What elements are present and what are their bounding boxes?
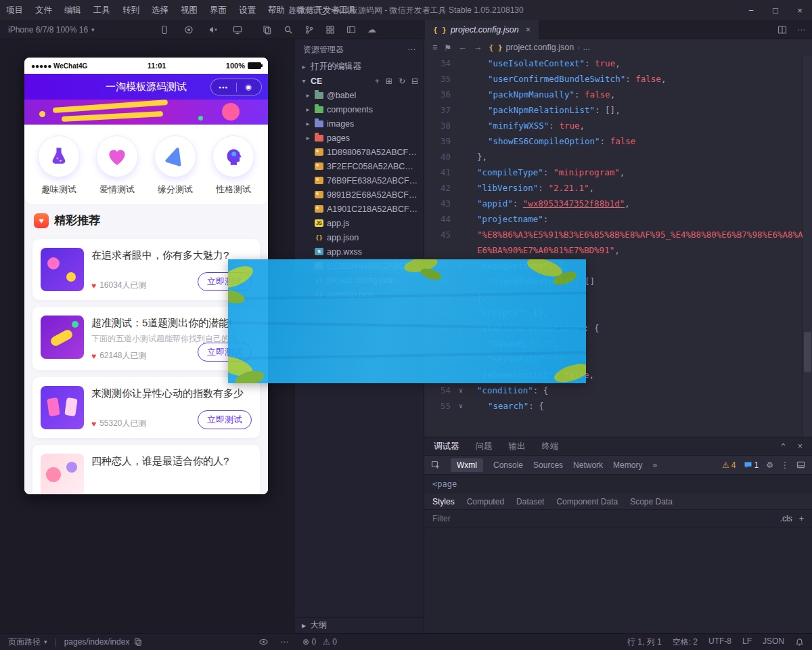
new-folder-icon[interactable]: ⊞ [386,77,392,86]
code-line[interactable]: 37"packNpmRelationList": [], [424,102,803,118]
device-selector[interactable]: iPhone 6/7/8 100% 16▾ [0,25,95,35]
code-line[interactable]: 40}, [424,149,803,165]
style-tab-Scope Data[interactable]: Scope Data [630,497,673,506]
debugger-tab-问题[interactable]: 问题 [476,441,493,452]
warning-count[interactable]: ⚠ 0 [323,637,337,647]
close-panel-icon[interactable]: × [798,441,803,452]
menu-item[interactable]: 编辑 [58,0,87,20]
test-card[interactable]: 超准测试：5道题测出你的潜能!下面的五道小测试题能帮你找到自己的潜...♥621… [32,307,260,370]
collapse-panel-icon[interactable]: ⌃ [780,441,786,452]
category-性格测试[interactable]: 性格测试 [212,135,254,196]
tab-close-icon[interactable]: × [526,25,531,35]
copy-path-icon[interactable] [134,638,142,646]
devtools-tab-Network[interactable]: Network [573,460,603,470]
exit-target-icon[interactable]: ◉ [237,83,262,91]
more-actions-icon[interactable]: ⋯ [797,25,805,35]
style-tab-Styles[interactable]: Styles [432,497,455,506]
code-line[interactable]: 41"compileType": "miniprogram", [424,165,803,180]
code-line[interactable]: 55∨"search": { [424,398,803,414]
code-line[interactable]: 36"packNpmManually": false, [424,87,803,102]
current-page-path[interactable]: pages/index/index [64,637,130,647]
code-line[interactable]: 34"useIsolateContext": true, [424,56,803,71]
menu-item[interactable]: 项目 [0,0,29,20]
style-tab-Component Data[interactable]: Component Data [556,497,618,506]
code-line[interactable]: 45"%E8%B6%A3%E5%91%B3%E6%B5%8B%E8%AF%95_… [424,227,803,242]
file-app.json[interactable]: {}app.json [295,230,424,244]
collapse-all-icon[interactable]: ⊟ [411,77,418,86]
capsule-menu[interactable]: ●●●◉ [210,79,262,95]
inspect-icon[interactable] [431,460,441,470]
test-now-button[interactable]: 立即测试 [198,410,252,429]
menu-item[interactable]: 设置 [233,0,262,20]
record-icon[interactable] [184,25,194,35]
file-9891B2E68A52ABCFFE...[interactable]: 9891B2E68A52ABCFFE... [295,188,424,202]
menu-item[interactable]: 转到 [116,0,145,20]
code-line[interactable]: 39"showES6CompileOption": false [424,133,803,149]
phone-icon[interactable] [160,25,169,35]
devtools-tab-Sources[interactable]: Sources [533,460,563,470]
category-爱情测试[interactable]: 爱情测试 [96,135,138,196]
bell-icon[interactable] [795,638,804,647]
page-path-selector[interactable]: 页面路径▾ [8,636,47,648]
cast-icon[interactable] [233,25,242,35]
list-icon[interactable]: ≡ [432,43,437,52]
search-icon[interactable] [284,25,293,35]
category-趣味测试[interactable]: 趣味测试 [38,135,80,196]
devtools-tab-Memory[interactable]: Memory [613,460,642,470]
dock-side-icon[interactable] [796,460,805,469]
test-card[interactable]: 在追求者眼中，你有多大魅力?♥16034人已测立即测试 [32,239,260,300]
outline-section[interactable]: ▸ 大纲 [295,617,424,633]
grid-icon[interactable] [325,25,335,35]
split-editor-icon[interactable] [777,25,787,35]
panel-layout-icon[interactable] [346,25,356,35]
mute-icon[interactable] [208,25,218,35]
statusbar-item[interactable]: UTF-8 [708,636,731,648]
code-line[interactable]: 54∨"condition": { [424,383,803,398]
minimap-scrollbar[interactable] [803,56,812,437]
minimize-button[interactable]: − [739,0,763,20]
file-app.wxss[interactable]: Sapp.wxss [295,244,424,259]
floating-image-preview[interactable] [228,259,586,383]
folder-pages[interactable]: ▸pages [295,131,424,145]
forward-icon[interactable]: → [474,43,482,52]
settings-gear-icon[interactable]: ⚙ [766,460,773,470]
refresh-icon[interactable]: ↻ [399,77,405,86]
compile-icon[interactable] [263,25,272,35]
maximize-button[interactable]: □ [763,0,788,20]
devtools-tab-Wxml[interactable]: Wxml [451,458,483,472]
menu-item[interactable]: 选择 [145,0,175,20]
statusbar-item[interactable]: 行 1, 列 1 [627,636,662,648]
error-count[interactable]: ⊗ 0 [302,637,316,647]
add-style-icon[interactable]: + [799,514,804,523]
menu-item[interactable]: 工具 [87,0,116,20]
tab-project-config-json[interactable]: { } project.config.json × [425,20,539,39]
cloud-icon[interactable]: ☁ [367,24,376,35]
folder-@babel[interactable]: ▸@babel [295,88,424,102]
file-A1901C218A52ABCFC7...[interactable]: A1901C218A52ABCFC7... [295,202,424,216]
filter-input[interactable] [432,514,773,523]
style-tab-Computed[interactable]: Computed [467,497,504,506]
warning-count-badge[interactable]: ⚠ 4 [722,460,736,470]
style-tab-Dataset[interactable]: Dataset [516,497,544,506]
debugger-tab-调试器[interactable]: 调试器 [434,441,459,452]
cls-toggle[interactable]: .cls [780,514,792,523]
file-3F2EFC058A52ABCF59...[interactable]: 3F2EFC058A52ABCF59... [295,159,424,173]
git-branch-icon[interactable] [304,25,314,35]
message-count-badge[interactable]: 1 [744,460,759,470]
open-editors-section[interactable]: ▸ 打开的编辑器 [295,60,424,74]
new-file-icon[interactable]: + [375,77,380,86]
menu-item[interactable]: 视图 [175,0,204,20]
more-dots-icon[interactable]: ●●● [211,85,236,89]
banner-image[interactable] [24,100,268,125]
statusbar-item[interactable]: JSON [763,636,784,648]
file-76B9FE638A52ABCF10...[interactable]: 76B9FE638A52ABCF10... [295,173,424,188]
code-line[interactable]: 42"libVersion": "2.21.1", [424,180,803,196]
back-icon[interactable]: ← [459,43,468,52]
test-card[interactable]: 来测测你让异性心动的指数有多少♥55320人已测立即测试 [32,377,260,438]
statusbar-item[interactable]: LF [742,636,752,648]
devtools-tab-»[interactable]: » [652,460,657,470]
code-line[interactable]: E6%BA%90%E7%A0%81%E7%BD%91", [424,242,803,258]
menu-item[interactable]: 界面 [204,0,233,20]
code-line[interactable]: 38"minifyWXSS": true, [424,118,803,133]
wxml-element-node[interactable]: <page [424,475,812,494]
